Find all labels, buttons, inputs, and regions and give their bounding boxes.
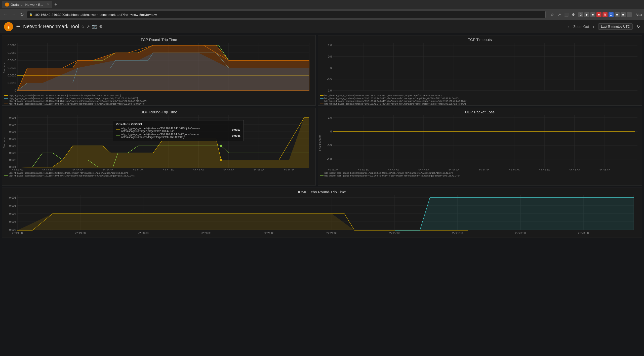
- legend-color-1: [4, 95, 8, 96]
- ext-icon-5[interactable]: R: [602, 12, 608, 17]
- legend-item-4: http_rtt_gauge_seconds{instance="192.168…: [4, 103, 313, 105]
- tcp-rtt-svg: 0.0060 0.0050 0.0040 0.0030 0.0020 0.001…: [2, 43, 312, 93]
- grafana-topbar: 🔥 ☰ Network Benchmark Tool ☆ ↗ 📷 ⚙ ‹ Zoo…: [0, 20, 644, 33]
- svg-text:0.003: 0.003: [9, 220, 16, 223]
- svg-text:22:19:00: 22:19:00: [12, 232, 23, 235]
- tcp-rtt-title: TCP Round-Trip Time: [2, 35, 315, 43]
- grafana-menu-icon[interactable]: ☰: [16, 24, 20, 29]
- ext-icon-9[interactable]: ⋮: [627, 12, 632, 17]
- browser-tab[interactable]: Grafana - Network B... ✕: [2, 1, 52, 8]
- panel-row-1: TCP Round-Trip Time: [2, 35, 642, 106]
- settings-icon[interactable]: ⚙: [571, 12, 576, 17]
- browser-chrome: Grafana - Network B... ✕ + ← → ↻ 🔒 192.1…: [0, 0, 644, 20]
- zoom-out-label: Zoom Out: [573, 25, 589, 29]
- legend-label-4: http_rtt_gauge_seconds{instance="192.168…: [9, 103, 145, 105]
- legend-item-1: http_rtt_gauge_seconds{instance="192.168…: [4, 94, 313, 97]
- save-icon[interactable]: ⬛: [564, 12, 569, 17]
- svg-text:22:21:00: 22:21:00: [448, 169, 459, 170]
- zoom-out-left-button[interactable]: ‹: [568, 25, 570, 29]
- tcp-to-legend-label-4: http_timeout_gauge_boolean{instance="192…: [325, 103, 466, 105]
- udp-packet-loss-panel: UDP Packet Loss: [318, 108, 642, 186]
- time-range-picker[interactable]: Last 5 minutes UTC: [598, 23, 633, 30]
- svg-text:22:20:30: 22:20:30: [418, 169, 429, 170]
- tcp-timeouts-legend: http_timeout_gauge_boolean{instance="192…: [318, 93, 642, 106]
- svg-text:22:22:00: 22:22:00: [509, 92, 519, 93]
- svg-text:22:23:30: 22:23:30: [599, 169, 610, 170]
- svg-text:22:22:00: 22:22:00: [193, 92, 204, 93]
- svg-text:0.006: 0.006: [9, 196, 16, 199]
- dashboard-title: Network Benchmark Tool: [23, 24, 79, 29]
- tcp-timeouts-chart: 1.0 0.5 0 -0.5 -1.0 22:19:00 22:19:30 22…: [318, 43, 642, 93]
- tcp-to-legend-item-1: http_timeout_gauge_boolean{instance="192…: [320, 94, 640, 97]
- forward-button[interactable]: →: [11, 11, 17, 18]
- svg-text:22:20:00: 22:20:00: [72, 169, 83, 170]
- svg-text:22:19:00: 22:19:00: [12, 169, 23, 170]
- dashboard-settings-button[interactable]: ⚙: [99, 24, 102, 29]
- svg-text:22:23:30: 22:23:30: [599, 92, 610, 93]
- ext-icon-3[interactable]: ■: [590, 12, 595, 17]
- ext-icon-1[interactable]: G: [578, 12, 583, 17]
- udp-loss-legend-color-2: [320, 175, 324, 176]
- svg-text:0.0010: 0.0010: [8, 81, 16, 84]
- ext-icon-4[interactable]: ■: [596, 12, 601, 17]
- svg-text:22:19:30: 22:19:30: [358, 169, 369, 170]
- svg-text:22:19:30: 22:19:30: [42, 169, 53, 170]
- address-bar[interactable]: 🔒 192.168.42.246:3000/dashboard/db/netwo…: [27, 11, 546, 18]
- svg-text:22:21:00: 22:21:00: [264, 232, 274, 235]
- user-profile[interactable]: Alex: [636, 13, 642, 17]
- back-button[interactable]: ←: [2, 11, 9, 18]
- ext-icon-2[interactable]: ▶: [584, 12, 589, 17]
- svg-text:22:21:30: 22:21:30: [327, 232, 337, 235]
- reload-button[interactable]: ↻: [19, 11, 25, 18]
- svg-text:0.0030: 0.0030: [8, 66, 16, 69]
- svg-marker-164: [17, 214, 468, 230]
- udp-rtt-title: UDP Round-Trip Time: [2, 108, 315, 115]
- svg-text:22:20:30: 22:20:30: [103, 169, 113, 170]
- tcp-to-legend-label-1: http_timeout_gauge_boolean{instance="192…: [325, 94, 442, 97]
- dashboard-star-button[interactable]: ☆: [81, 24, 85, 29]
- svg-text:0.004: 0.004: [9, 144, 16, 147]
- new-tab-button[interactable]: +: [54, 2, 57, 7]
- udp-rtt-legend: udp_rtt_gauge_seconds{instance="192.168.…: [2, 170, 315, 178]
- udp-rtt-legend-item-1: udp_rtt_gauge_seconds{instance="192.168.…: [4, 172, 313, 174]
- dashboard-share-button[interactable]: ↗: [87, 24, 90, 29]
- ext-icon-8[interactable]: ■: [621, 12, 626, 17]
- tcp-rtt-chart: 0.0060 0.0050 0.0040 0.0030 0.0020 0.001…: [2, 43, 315, 93]
- tcp-to-legend-color-2: [320, 98, 324, 99]
- svg-text:22:21:00: 22:21:00: [448, 92, 459, 93]
- svg-text:22:21:00: 22:21:00: [133, 169, 144, 170]
- dashboard-snapshot-button[interactable]: 📷: [92, 24, 97, 29]
- share-icon[interactable]: ↗: [557, 12, 562, 17]
- svg-text:0: 0: [330, 130, 332, 133]
- svg-text:1.0: 1.0: [328, 44, 332, 47]
- udp-loss-legend-label-2: udp_packet_loss_gauge_boolean{instance="…: [325, 174, 460, 177]
- svg-text:0.008: 0.008: [9, 116, 16, 119]
- panel-row-2: UDP Round-Trip Time: [2, 108, 642, 186]
- svg-text:22:19:30: 22:19:30: [75, 232, 86, 235]
- svg-text:22:19:00: 22:19:00: [12, 92, 23, 93]
- tcp-to-legend-label-2: http_timeout_gauge_boolean{instance="192…: [325, 97, 459, 100]
- legend-label-3: http_rtt_gauge_seconds{instance="192.168…: [9, 100, 146, 102]
- tab-close-button[interactable]: ✕: [47, 3, 49, 6]
- security-icon: 🔒: [29, 13, 33, 16]
- svg-text:22:23:00: 22:23:00: [254, 169, 264, 170]
- svg-text:0.004: 0.004: [9, 212, 16, 215]
- icmp-rtt-panel: ICMP Echo Round-Trip Time: [2, 188, 642, 238]
- svg-marker-165: [395, 198, 634, 230]
- svg-text:22:20:30: 22:20:30: [418, 92, 429, 93]
- grafana-logo[interactable]: 🔥: [4, 22, 13, 31]
- svg-text:22:19:00: 22:19:00: [328, 92, 338, 93]
- browser-toolbar-icons: ☆ ↗ ⬛ ⚙: [550, 12, 576, 17]
- ext-icon-6[interactable]: Z: [609, 12, 614, 17]
- udp-rtt-panel: UDP Round-Trip Time: [2, 108, 316, 186]
- zoom-out-right-button[interactable]: ›: [593, 25, 594, 29]
- legend-label-2: http_rtt_gauge_seconds{instance="192.168…: [9, 97, 138, 100]
- udp-rtt-legend-item-2: udp_rtt_gauge_seconds{instance="192.168.…: [4, 174, 313, 177]
- ext-icon-7[interactable]: ■: [615, 12, 620, 17]
- svg-text:-1.0: -1.0: [327, 158, 332, 161]
- svg-text:0: 0: [15, 89, 16, 92]
- time-range-label: Last 5 minutes: [601, 25, 622, 28]
- refresh-button[interactable]: ↻: [637, 24, 640, 29]
- svg-text:0.0060: 0.0060: [8, 44, 16, 47]
- bookmark-star-icon[interactable]: ☆: [550, 12, 555, 17]
